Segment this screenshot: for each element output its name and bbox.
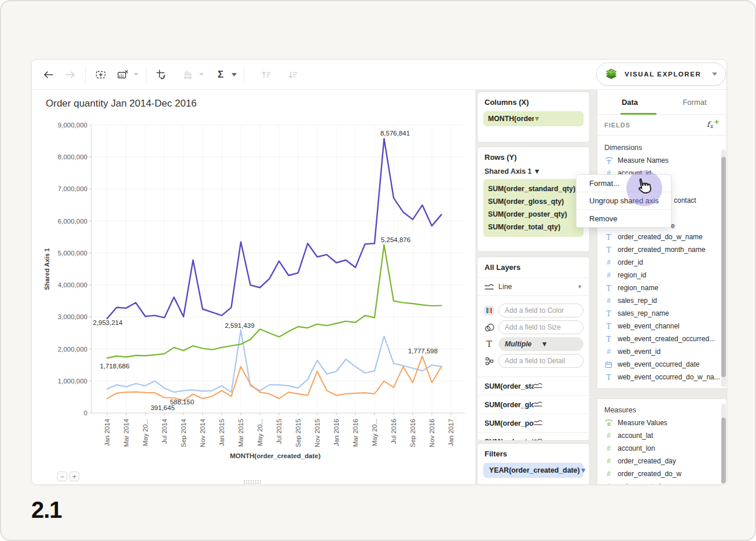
aggregate-caret[interactable] [230,65,238,84]
svg-text:Mar 2015: Mar 2015 [237,419,244,447]
measure-names-icon [605,156,613,165]
visual-explorer-label: VISUAL EXPLORER [625,71,712,78]
detail-mark-icon [482,357,496,365]
series-line-SUM(order_gloss_qty)[interactable] [107,330,442,392]
field-item[interactable]: #order_created_day [597,455,727,467]
obscured-field-fragment: e [671,222,675,230]
zoom-out-button[interactable]: − [57,471,67,481]
number-icon: # [607,271,611,279]
mark-type-dropdown[interactable]: Line ▼ [478,278,589,296]
layer-row[interactable]: SUM(order_standard_q... [478,377,589,396]
svg-text:4,000,000: 4,000,000 [58,282,87,288]
measures-scrollbar-thumb[interactable] [721,418,726,484]
rows-pill[interactable]: SUM(order_total_qty) [488,221,579,233]
field-label: web_event_channel [618,322,680,330]
field-item[interactable]: Tweb_event_occurred_do_w_na... [597,371,727,383]
tab-format-label: Format [682,98,706,107]
shelves-strip: Columns (X) MONTH(order_created_d... ▼ R… [475,90,597,485]
field-item[interactable]: #order_created_... [597,480,727,485]
menu-item-remove[interactable]: Remove [577,210,671,227]
color-field-placeholder: Add a field to Color [505,306,564,315]
chevron-down-icon: ▼ [534,167,583,176]
field-item[interactable]: #region_id [597,269,727,282]
field-item[interactable]: web_event_occurred_date [597,358,727,371]
measures-list: Measure Values#account_lat#account_lon#o… [597,416,727,485]
data-point-annotation: 8,576,841 [380,130,410,137]
forward-button[interactable] [61,65,79,84]
field-item[interactable]: Tweb_event_created_occurred... [597,332,727,345]
tab-format[interactable]: Format [662,90,727,114]
menu-item-ungroup-shared-axis[interactable]: Ungroup shared axis [577,192,671,210]
series-line-SUM(order_total_qty)[interactable] [107,138,442,319]
add-calculated-field-button[interactable]: fx [706,119,719,131]
rows-pill[interactable]: SUM(order_poster_qty) [488,208,579,221]
chevron-down-icon [134,73,138,76]
back-button[interactable] [39,65,57,84]
layer-row[interactable]: SUM(order_poster_qty) [478,414,589,433]
filter-pill[interactable]: YEAR(order_created_date) ▼ [483,463,583,478]
obscured-field-fragment: contact [674,196,696,204]
line-chart-canvas[interactable]: 01,000,0002,000,0003,000,0004,000,0005,0… [32,90,475,485]
rows-pill[interactable]: SUM(order_standard_qty) [488,182,579,195]
field-item[interactable]: #account_lat [597,429,727,442]
field-item[interactable]: #order_id [597,256,727,269]
text-icon: T [606,373,611,382]
aggregate-button[interactable]: Σ [211,65,230,84]
svg-text:Nov 2014: Nov 2014 [199,418,206,447]
chevron-down-icon [712,72,717,76]
layer-row[interactable]: SUM(order_total_qty) [478,433,589,441]
clear-visualization-caret[interactable] [132,65,140,84]
field-item[interactable]: Measure Values [597,416,727,429]
field-item[interactable]: #sales_rep_id [597,294,727,307]
mark-cards: Add a field to Color Add a field to Size… [478,296,589,377]
field-item[interactable]: Tweb_event_channel [597,320,727,332]
field-item[interactable]: Tregion_name [597,282,727,294]
text-icon: T [606,246,611,254]
add-visualization-button[interactable] [91,65,110,84]
sort-descending-button[interactable] [284,65,302,84]
svg-text:May 20...: May 20... [371,419,378,446]
rows-pill[interactable]: SUM(order_gloss_qty) [488,195,579,208]
layer-row[interactable]: SUM(order_gloss_qty) [478,396,589,414]
panel-resize-handle[interactable] [243,480,262,484]
line-chart-icon [485,283,494,290]
detail-field-input[interactable]: Add a field to Detail [498,354,583,368]
dimensions-scrollbar-thumb[interactable] [721,157,726,377]
rows-shelf-title: Rows (Y) [478,147,589,165]
chevron-down-icon [232,73,237,76]
size-field-input[interactable]: Add a field to Size [498,320,583,334]
sort-ascending-button[interactable] [257,65,276,84]
columns-pill[interactable]: MONTH(order_created_d... ▼ [483,111,583,126]
shared-axis-dropdown[interactable]: Shared Axis 1 ▼ [478,165,589,179]
clear-visualization-button[interactable] [113,65,132,84]
menu-item-format[interactable]: Format... [577,175,671,192]
visual-explorer-button[interactable]: VISUAL EXPLORER [596,63,726,86]
filter-pill-label: YEAR(order_created_date) [489,466,580,474]
resize-bars-button[interactable] [179,65,197,84]
zoom-in-button[interactable]: + [69,471,79,481]
text-field-dropdown[interactable]: Multiple ▼ [498,337,583,351]
color-field-input[interactable]: Add a field to Color [498,304,583,317]
shared-axis-context-menu: Format...Ungroup shared axisRemove [576,174,671,228]
field-item[interactable]: Torder_created_do_w_name [597,231,727,243]
series-line-SUM(order_standard_qty)[interactable] [107,245,442,358]
svg-text:Nov 2015: Nov 2015 [314,419,321,447]
resize-bars-caret[interactable] [197,65,205,84]
field-item[interactable]: #order_created_do_w [597,467,727,480]
swap-axes-button[interactable] [152,65,171,84]
field-item[interactable]: Torder_created_month_name [597,243,727,256]
svg-text:Shared Axis 1: Shared Axis 1 [43,248,50,290]
sigma-icon: Σ [218,69,223,81]
field-item[interactable]: Measure Names [597,154,727,167]
field-item[interactable]: Tsales_rep_name [597,307,727,320]
field-label: order_created_do_w [618,470,681,478]
field-item[interactable]: #account_lon [597,442,727,455]
columns-shelf-title: Columns (X) [478,92,589,110]
svg-text:Jul 2014: Jul 2014 [161,418,168,444]
series-line-SUM(order_poster_qty)[interactable] [107,356,442,401]
field-item[interactable]: #web_event_id [597,345,727,358]
field-label: order_id [618,258,643,266]
number-icon: # [607,470,611,478]
svg-text:Mar 2014: Mar 2014 [123,418,130,447]
tab-data[interactable]: Data [597,90,662,114]
